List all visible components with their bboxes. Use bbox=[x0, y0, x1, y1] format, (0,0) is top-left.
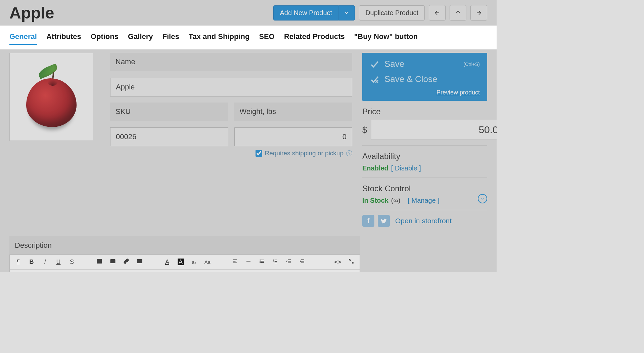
availability-status: Enabled bbox=[362, 164, 388, 172]
sku-field-block: SKU bbox=[110, 103, 228, 157]
header-actions: Add New Product Duplicate Product bbox=[273, 5, 487, 21]
strikethrough-icon[interactable]: S bbox=[68, 259, 76, 266]
save-button[interactable]: Save (Ctrl+S) bbox=[370, 59, 480, 69]
apple-illustration bbox=[23, 65, 80, 129]
svg-rect-9 bbox=[137, 260, 142, 263]
arrow-left-icon bbox=[434, 9, 441, 16]
video-icon[interactable] bbox=[109, 258, 117, 266]
save-close-button[interactable]: Save & Close bbox=[370, 74, 480, 84]
add-new-product-dropdown[interactable] bbox=[338, 5, 355, 21]
svg-text:2: 2 bbox=[273, 260, 274, 262]
stock-block: Stock Control In Stock (∞) [ Manage ] bbox=[362, 178, 487, 210]
price-input[interactable] bbox=[371, 120, 497, 140]
save-hint: (Ctrl+S) bbox=[463, 62, 480, 67]
sku-input[interactable] bbox=[110, 127, 228, 146]
svg-point-20 bbox=[260, 262, 261, 263]
weight-input[interactable] bbox=[234, 127, 353, 146]
tab-related-products[interactable]: Related Products bbox=[284, 32, 345, 45]
requires-shipping-checkbox[interactable] bbox=[256, 150, 262, 157]
nav-up-button[interactable] bbox=[450, 5, 466, 21]
code-view-icon[interactable]: <> bbox=[334, 258, 341, 266]
currency-symbol: $ bbox=[362, 125, 367, 135]
right-sidebar: Save (Ctrl+S) Save & Close Preview produ… bbox=[362, 53, 487, 227]
image-icon[interactable] bbox=[96, 258, 103, 266]
name-input[interactable] bbox=[110, 78, 352, 96]
twitter-bird-icon bbox=[380, 218, 387, 224]
tab-general[interactable]: General bbox=[9, 32, 37, 45]
chevron-down-icon bbox=[343, 9, 350, 16]
availability-block: Availability Enabled [ Disable ] bbox=[362, 146, 487, 178]
arrow-up-icon bbox=[455, 9, 461, 16]
weight-label: Weight, lbs bbox=[234, 103, 353, 121]
duplicate-product-button[interactable]: Duplicate Product bbox=[359, 5, 425, 21]
tab-attributes[interactable]: Attributes bbox=[46, 32, 81, 45]
check-close-icon bbox=[370, 74, 380, 84]
editor-toolbar: ¶ B I U S A A a↕ Aa 12 bbox=[10, 255, 360, 270]
disable-link[interactable]: [ Disable ] bbox=[391, 164, 421, 172]
product-image[interactable] bbox=[9, 53, 93, 141]
add-new-product-button[interactable]: Add New Product bbox=[273, 5, 338, 21]
outdent-icon[interactable] bbox=[285, 258, 292, 266]
tab-buy-now-button[interactable]: "Buy Now" button bbox=[354, 32, 418, 45]
svg-point-19 bbox=[260, 261, 261, 262]
tab-options[interactable]: Options bbox=[91, 32, 119, 45]
page-title: Apple bbox=[9, 4, 54, 22]
text-color-icon[interactable]: A bbox=[164, 259, 171, 266]
preview-product-link[interactable]: Preview product bbox=[370, 89, 480, 96]
hr-icon[interactable] bbox=[245, 258, 252, 266]
font-size-icon[interactable]: a↕ bbox=[190, 260, 198, 265]
stock-status: In Stock bbox=[362, 197, 388, 204]
header: Apple Add New Product Duplicate Product bbox=[0, 0, 497, 26]
stock-label: Stock Control bbox=[362, 184, 487, 193]
add-new-product-split: Add New Product bbox=[273, 5, 355, 21]
tab-seo[interactable]: SEO bbox=[259, 32, 274, 45]
sku-weight-row: SKU Weight, lbs Requires shipping or pic… bbox=[110, 103, 352, 163]
name-field-block: Name bbox=[110, 53, 352, 96]
twitter-icon[interactable] bbox=[378, 215, 390, 227]
open-storefront-link[interactable]: Open in storefront bbox=[395, 217, 452, 225]
underline-icon[interactable]: U bbox=[55, 259, 62, 266]
weight-field-block: Weight, lbs Requires shipping or pickup … bbox=[234, 103, 353, 157]
stock-expand-button[interactable] bbox=[478, 194, 487, 203]
save-close-label: Save & Close bbox=[384, 74, 438, 84]
save-label: Save bbox=[384, 59, 404, 69]
save-box: Save (Ctrl+S) Save & Close Preview produ… bbox=[362, 53, 487, 101]
content: Name SKU Weight, lbs Requires shipping o… bbox=[0, 49, 497, 227]
italic-icon[interactable]: I bbox=[41, 259, 49, 266]
fullscreen-icon[interactable] bbox=[348, 258, 355, 266]
stock-qty: (∞) bbox=[391, 197, 401, 204]
svg-point-18 bbox=[260, 260, 261, 261]
availability-label: Availability bbox=[362, 152, 487, 161]
paragraph-icon[interactable]: ¶ bbox=[14, 259, 22, 266]
numbered-list-icon[interactable]: 12 bbox=[272, 258, 279, 266]
sku-label: SKU bbox=[110, 103, 228, 121]
link-icon[interactable] bbox=[123, 258, 130, 266]
bullet-list-icon[interactable] bbox=[258, 258, 266, 266]
nav-back-button[interactable] bbox=[429, 5, 446, 21]
description-textarea[interactable]: Red delicious apple. bbox=[10, 270, 360, 272]
indent-icon[interactable] bbox=[298, 258, 306, 266]
bold-icon[interactable]: B bbox=[28, 259, 35, 266]
help-icon[interactable]: ? bbox=[346, 150, 352, 156]
tabs: General Attributes Options Gallery Files… bbox=[0, 26, 497, 49]
tab-gallery[interactable]: Gallery bbox=[128, 32, 153, 45]
arrow-right-icon bbox=[475, 9, 482, 16]
align-icon[interactable] bbox=[231, 258, 239, 266]
check-icon bbox=[370, 59, 380, 69]
nav-forward-button[interactable] bbox=[470, 5, 487, 21]
price-label: Price bbox=[362, 107, 487, 116]
facebook-icon[interactable]: f bbox=[362, 215, 374, 227]
font-case-icon[interactable]: Aa bbox=[204, 259, 211, 265]
requires-shipping-label: Requires shipping or pickup bbox=[265, 150, 343, 157]
tab-tax-shipping[interactable]: Tax and Shipping bbox=[189, 32, 250, 45]
rich-text-editor: ¶ B I U S A A a↕ Aa 12 bbox=[9, 254, 360, 272]
requires-shipping-row: Requires shipping or pickup ? bbox=[234, 150, 353, 157]
price-block: Price $ bbox=[362, 101, 487, 146]
manage-stock-link[interactable]: [ Manage ] bbox=[408, 197, 440, 204]
table-icon[interactable] bbox=[136, 258, 143, 266]
description-section: Description ¶ B I U S A A a↕ Aa bbox=[0, 236, 497, 272]
text-highlight-icon[interactable]: A bbox=[177, 259, 184, 266]
tab-files[interactable]: Files bbox=[163, 32, 179, 45]
svg-point-6 bbox=[98, 260, 99, 261]
description-label: Description bbox=[9, 236, 360, 254]
